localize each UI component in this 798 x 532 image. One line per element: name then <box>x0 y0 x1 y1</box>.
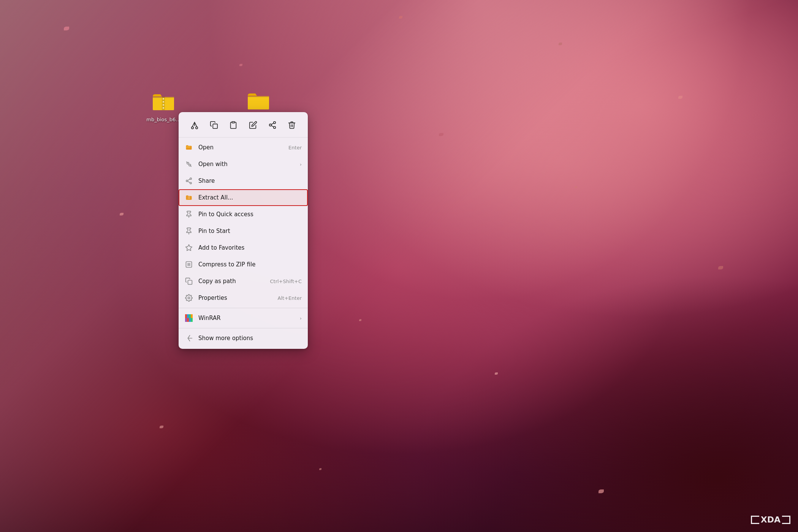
svg-rect-1 <box>163 98 164 100</box>
copy-path-icon <box>185 277 193 285</box>
svg-rect-46 <box>191 318 193 322</box>
svg-rect-11 <box>232 122 235 123</box>
svg-rect-29 <box>189 198 190 199</box>
separator-1 <box>179 308 308 308</box>
show-more-label: Show more options <box>198 335 302 342</box>
svg-line-19 <box>186 162 187 163</box>
menu-item-extract-all[interactable]: Extract All... <box>179 189 308 206</box>
menu-item-add-favorites[interactable]: Add to Favorites <box>179 239 308 256</box>
context-menu-toolbar <box>179 114 308 138</box>
winrar-icon <box>185 314 193 322</box>
svg-rect-37 <box>188 280 192 285</box>
separator-2 <box>179 328 308 328</box>
svg-rect-27 <box>189 197 190 198</box>
pin-start-label: Pin to Start <box>198 228 302 234</box>
svg-rect-10 <box>213 124 217 128</box>
share-icon <box>185 177 193 185</box>
svg-rect-26 <box>188 197 189 198</box>
menu-item-winrar[interactable]: WinRAR › <box>179 310 308 326</box>
svg-line-25 <box>188 179 190 180</box>
add-favorites-icon <box>185 244 193 252</box>
xda-text: XDA <box>761 515 781 524</box>
open-shortcut: Enter <box>288 145 302 150</box>
share-label: Share <box>198 177 302 184</box>
add-favorites-label: Add to Favorites <box>198 244 302 251</box>
copy-path-label: Copy as path <box>198 278 264 285</box>
svg-rect-43 <box>185 318 187 322</box>
xda-bracket-left <box>751 516 759 524</box>
svg-rect-2 <box>163 101 164 103</box>
toolbar-cut-button[interactable] <box>186 117 203 133</box>
svg-rect-3 <box>163 104 164 106</box>
svg-point-38 <box>188 297 190 299</box>
menu-item-open-with[interactable]: Open with › <box>179 156 308 173</box>
show-more-icon <box>185 334 193 342</box>
pin-quick-label: Pin to Quick access <box>198 211 302 218</box>
compress-zip-icon <box>185 260 193 269</box>
svg-rect-44 <box>187 318 189 322</box>
svg-rect-39 <box>185 314 187 318</box>
extract-all-icon <box>185 193 193 202</box>
context-menu: Open Enter Open with › Share <box>179 112 308 349</box>
open-icon <box>185 143 193 152</box>
svg-rect-45 <box>189 318 191 322</box>
extract-all-label: Extract All... <box>198 194 302 201</box>
winrar-label: WinRAR <box>198 315 294 321</box>
pin-quick-icon <box>185 210 193 218</box>
svg-marker-32 <box>186 245 192 251</box>
svg-line-24 <box>188 181 190 183</box>
svg-line-15 <box>271 125 274 127</box>
properties-label: Properties <box>198 294 272 301</box>
menu-item-open[interactable]: Open Enter <box>179 139 308 156</box>
zip-folder-glyph <box>152 91 175 114</box>
xda-bracket-right <box>782 516 790 524</box>
menu-item-pin-quick[interactable]: Pin to Quick access <box>179 206 308 223</box>
winrar-arrow: › <box>300 315 302 321</box>
svg-rect-42 <box>191 314 193 318</box>
desktop-icons-area: mb_bios_b6... <box>0 0 798 532</box>
menu-item-compress-zip[interactable]: Compress to ZIP file <box>179 256 308 273</box>
xda-watermark: XDA <box>751 515 790 524</box>
menu-item-properties[interactable]: Properties Alt+Enter <box>179 290 308 306</box>
menu-item-pin-start[interactable]: Pin to Start <box>179 223 308 239</box>
open-with-icon <box>185 160 193 168</box>
copy-path-shortcut: Ctrl+Shift+C <box>270 279 302 284</box>
toolbar-paste-button[interactable] <box>225 117 242 133</box>
toolbar-rename-button[interactable] <box>245 117 261 133</box>
menu-item-copy-path[interactable]: Copy as path Ctrl+Shift+C <box>179 273 308 290</box>
compress-zip-label: Compress to ZIP file <box>198 261 302 268</box>
svg-rect-28 <box>188 198 189 199</box>
svg-rect-41 <box>189 314 191 318</box>
zip-folder-label: mb_bios_b6... <box>146 117 180 122</box>
properties-icon <box>185 294 193 302</box>
svg-rect-40 <box>187 314 189 318</box>
menu-item-share[interactable]: Share <box>179 173 308 189</box>
properties-shortcut: Alt+Enter <box>278 295 302 301</box>
toolbar-copy-button[interactable] <box>206 117 222 133</box>
svg-line-16 <box>271 123 274 125</box>
svg-line-20 <box>190 165 191 166</box>
plain-folder-glyph <box>247 90 270 114</box>
open-with-arrow: › <box>300 162 302 167</box>
open-with-label: Open with <box>198 161 294 168</box>
svg-rect-4 <box>163 107 164 109</box>
pin-start-icon <box>185 227 193 235</box>
toolbar-delete-button[interactable] <box>283 117 300 133</box>
toolbar-share-button[interactable] <box>264 117 281 133</box>
zip-folder-icon[interactable]: mb_bios_b6... <box>144 91 182 122</box>
menu-item-show-more[interactable]: Show more options <box>179 330 308 347</box>
open-label: Open <box>198 144 283 151</box>
